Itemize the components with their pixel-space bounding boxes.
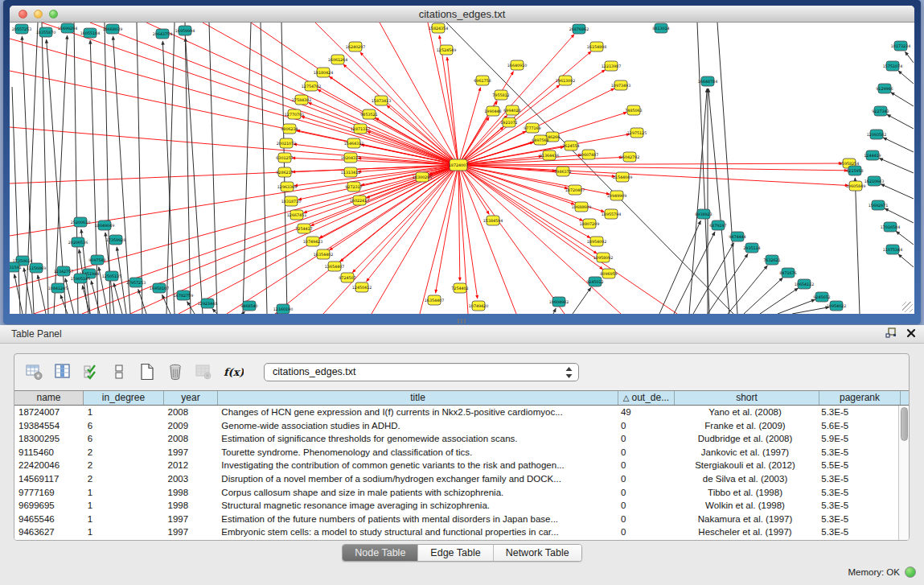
graph-node[interactable]: 10355870 <box>36 27 55 37</box>
table-cell[interactable]: 5.5E-5 <box>817 459 898 472</box>
graph-node[interactable]: 10604982 <box>549 297 569 307</box>
table-cell[interactable]: Structural magnetic resonance image aver… <box>217 499 617 513</box>
network-canvas[interactable]: 1872400716240297160612641818042412754702… <box>10 23 914 314</box>
graph-node[interactable]: 18668039 <box>103 24 122 34</box>
column-header-pagerank[interactable]: pagerank <box>819 391 901 405</box>
table-cell[interactable]: 2 <box>84 472 164 486</box>
table-cell[interactable]: 5.3E-5 <box>817 513 898 526</box>
table-cell[interactable]: 0 <box>617 499 673 513</box>
tab-network-table[interactable]: Network Table <box>494 545 581 561</box>
table-cell[interactable]: 18300295 <box>14 432 84 446</box>
table-cell[interactable]: 5.3E-5 <box>817 472 898 486</box>
graph-node[interactable]: 21364436 <box>540 150 559 160</box>
table-vertical-scrollbar[interactable] <box>898 406 909 540</box>
graph-node[interactable]: 1921072 <box>500 117 517 127</box>
graph-node[interactable]: 9097588 <box>88 255 105 265</box>
table-cell[interactable]: 5.9E-5 <box>817 432 898 446</box>
table-cell[interactable]: 1 <box>84 406 164 419</box>
graph-node[interactable]: 16958107 <box>150 283 169 293</box>
table-cell[interactable]: 0 <box>617 432 673 446</box>
table-cell[interactable]: Yano et al. (2008) <box>673 406 818 419</box>
graph-node[interactable]: 20021072 <box>277 138 296 148</box>
graph-node[interactable]: 6497568 <box>532 135 548 145</box>
table-row[interactable]: 911546021997Tourette syndrome. Phenomeno… <box>14 446 898 459</box>
table-cell[interactable]: 1998 <box>164 486 218 500</box>
window-titlebar[interactable]: citations_edges.txt <box>10 6 914 23</box>
graph-node[interactable]: 9777169 <box>524 123 540 133</box>
graph-node[interactable]: 10654112 <box>795 279 814 289</box>
table-cell[interactable]: 1997 <box>164 525 218 539</box>
function-builder-button[interactable]: f(x) <box>223 362 242 381</box>
graph-node[interactable]: 11075344 <box>883 245 902 254</box>
graph-node[interactable]: 12871317 <box>351 124 370 134</box>
graph-node[interactable]: 9806234 <box>281 124 298 134</box>
table-cell[interactable]: de Silva et al. (2003) <box>673 472 818 486</box>
table-cell[interactable]: 5.3E-5 <box>817 486 898 500</box>
graph-node[interactable]: 18720407 <box>565 185 585 195</box>
graph-node[interactable]: 20557253 <box>12 24 31 34</box>
graph-node[interactable]: 11156869 <box>27 263 46 273</box>
table-row[interactable]: 946554611997Estimation of the future num… <box>14 513 898 526</box>
table-cell[interactable]: 5.3E-5 <box>817 446 898 459</box>
table-cell[interactable]: 1997 <box>164 513 218 526</box>
graph-node[interactable]: 15384594 <box>483 216 503 225</box>
graph-node[interactable]: 10688609 <box>572 202 591 212</box>
column-header-in_degree[interactable]: in_degree <box>84 391 164 405</box>
table-cell[interactable]: 5.6E-5 <box>817 419 898 433</box>
graph-node[interactable]: 8096959 <box>600 269 617 278</box>
table-cell[interactable]: 2008 <box>164 432 218 446</box>
graph-node[interactable]: 12923448 <box>198 299 217 308</box>
graph-node[interactable]: 16959994 <box>175 26 195 35</box>
graph-node[interactable]: 7986372 <box>554 167 571 176</box>
graph-node[interactable]: 6994028 <box>503 105 520 115</box>
table-cell[interactable]: 14569117 <box>14 472 84 486</box>
graph-node[interactable]: 7254417 <box>295 224 312 233</box>
table-cell[interactable]: 1 <box>84 513 164 526</box>
table-row[interactable]: 977716911998Corpus callosum shape and si… <box>14 486 898 500</box>
graph-node[interactable]: 18955794 <box>602 209 621 219</box>
graph-node[interactable]: 9474444 <box>729 232 745 241</box>
table-cell[interactable]: 5.3E-5 <box>817 499 898 513</box>
delete-columns-button[interactable] <box>166 362 186 381</box>
create-column-button[interactable] <box>138 362 158 381</box>
graph-node[interactable]: 9272317 <box>345 182 362 192</box>
graph-node[interactable]: 6961758 <box>474 76 491 85</box>
graph-node[interactable]: 16640910 <box>507 60 527 70</box>
graph-node[interactable]: 8215958 <box>846 166 863 175</box>
graph-node[interactable]: 16042792 <box>620 152 639 162</box>
graph-node[interactable]: 10841245 <box>48 283 68 293</box>
table-cell[interactable]: Changes of HCN gene expression and I(f) … <box>217 406 617 419</box>
table-cell[interactable]: 2012 <box>164 459 218 472</box>
graph-node[interactable]: 12342757 <box>54 266 73 276</box>
table-cell[interactable]: Wolkin et al. (1998) <box>673 499 818 513</box>
graph-node[interactable]: 18180424 <box>314 68 333 77</box>
table-selector-dropdown[interactable]: citations_edges.txt <box>264 363 579 381</box>
table-cell[interactable]: 2 <box>84 459 164 472</box>
table-cell[interactable]: 1 <box>84 525 164 539</box>
table-cell[interactable]: 6 <box>84 419 164 433</box>
table-row[interactable]: 1830029562008Estimation of significance … <box>14 432 898 446</box>
table-cell[interactable]: Corpus callosum shape and size in male p… <box>217 486 617 500</box>
graph-node[interactable]: 7955812 <box>492 90 509 100</box>
graph-node[interactable]: 12450412 <box>352 282 372 292</box>
graph-node[interactable]: 9853521 <box>360 109 377 119</box>
table-cell[interactable]: 5.3E-5 <box>817 406 898 419</box>
tab-edge-table[interactable]: Edge Table <box>418 545 493 561</box>
table-row[interactable]: 1872400712008Changes of HCN gene express… <box>14 406 898 419</box>
graph-node[interactable]: 7254402 <box>451 283 468 293</box>
graph-node[interactable]: 10605849 <box>846 181 865 191</box>
graph-node[interactable]: 12975125 <box>627 128 647 138</box>
table-row[interactable]: 1938455462009Genome-wide association stu… <box>14 419 898 433</box>
delete-table-button[interactable] <box>195 362 214 381</box>
graph-node[interactable]: 20206536 <box>68 237 88 247</box>
table-cell[interactable]: 1997 <box>164 446 218 459</box>
table-cell[interactable]: 0 <box>617 525 673 539</box>
show-columns-button[interactable] <box>54 362 73 381</box>
table-cell[interactable]: Tourette syndrome. Phenomenology and cla… <box>217 446 617 459</box>
graph-node[interactable]: 10949909 <box>607 191 626 200</box>
column-header-short[interactable]: short <box>675 391 819 405</box>
graph-node[interactable]: 7632621 <box>763 255 780 265</box>
graph-hub-node[interactable]: 18724007 <box>449 159 468 171</box>
tab-node-table[interactable]: Node Table <box>343 545 418 561</box>
graph-node[interactable]: 9724507 <box>339 273 355 282</box>
